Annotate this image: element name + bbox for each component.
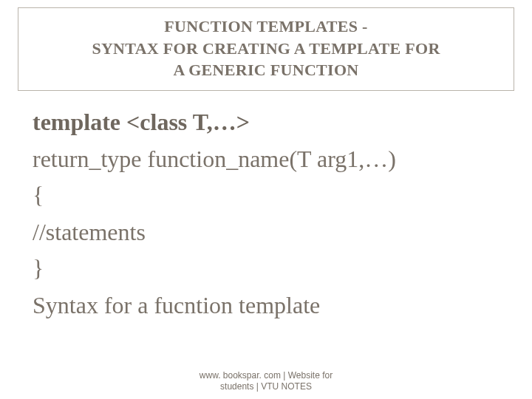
slide-footer: www. bookspar. com | Website for student…: [0, 370, 532, 393]
code-line-close-brace: }: [33, 250, 499, 287]
code-line-open-brace: {: [33, 177, 499, 214]
footer-line-2: students | VTU NOTES: [0, 381, 532, 393]
code-line-signature: return_type function_name(T arg1,…): [33, 141, 499, 178]
slide-title-box: FUNCTION TEMPLATES - SYNTAX FOR CREATING…: [18, 7, 514, 91]
code-line-template: template <class T,…>: [33, 104, 499, 141]
title-line-1: FUNCTION TEMPLATES -: [29, 16, 503, 38]
caption-line: Syntax for a fucntion template: [33, 287, 499, 324]
title-line-3: A GENERIC FUNCTION: [29, 59, 503, 81]
code-line-statements: //statements: [33, 214, 499, 251]
slide-content: template <class T,…> return_type functio…: [0, 91, 532, 324]
title-line-2: SYNTAX FOR CREATING A TEMPLATE FOR: [29, 38, 503, 60]
footer-line-1: www. bookspar. com | Website for: [0, 370, 532, 382]
